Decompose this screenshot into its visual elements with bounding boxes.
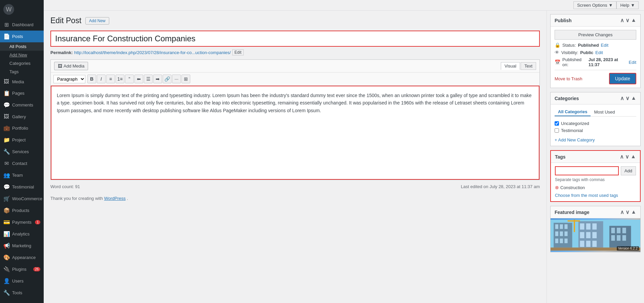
italic-button[interactable]: I [97, 75, 106, 83]
sidebar-subitem-add-new[interactable]: Add New [0, 51, 44, 59]
add-media-button[interactable]: 🖼 Add Media [54, 62, 88, 70]
add-new-button[interactable]: Add New [85, 17, 109, 25]
add-new-category-link[interactable]: + Add New Category [555, 137, 595, 142]
word-count-value: 91 [75, 184, 80, 189]
format-select[interactable]: Paragraph [53, 75, 85, 83]
feat-collapse-down[interactable]: ∨ [626, 209, 630, 215]
sidebar-item-payments[interactable]: 💳 Payments 1 [0, 216, 44, 228]
add-new-label: Add New [9, 52, 27, 57]
feat-collapse-up[interactable]: ∧ [620, 209, 624, 215]
cat-collapse-up[interactable]: ∧ [620, 95, 624, 101]
sidebar-subitem-categories[interactable]: Categories [0, 59, 44, 68]
table-button[interactable]: ⊞ [182, 75, 190, 83]
wordpress-link[interactable]: WordPress [104, 196, 126, 201]
update-button[interactable]: Update [609, 73, 636, 84]
collapse-close-icon[interactable]: ▲ [631, 17, 636, 24]
sidebar-item-pages[interactable]: 📋 Pages [0, 87, 44, 99]
visibility-edit-link[interactable]: Edit [595, 50, 603, 55]
sidebar-item-posts[interactable]: 📄 Posts [0, 31, 44, 42]
tags-collapse-up[interactable]: ∧ [620, 154, 624, 160]
tags-collapse-icons: ∧ ∨ ▲ [620, 154, 636, 160]
post-title-input[interactable] [50, 31, 540, 47]
editor-footer: Word count: 91 Last edited on July 28, 2… [50, 183, 540, 190]
unordered-list-button[interactable]: ≡ [106, 75, 115, 83]
permalink-edit-button[interactable]: Edit [232, 49, 244, 55]
sidebar-label-pages: Pages [12, 91, 25, 96]
move-trash-link[interactable]: Move to Trash [555, 76, 582, 81]
svg-rect-3 [560, 224, 563, 229]
ordered-list-button[interactable]: 1≡ [116, 75, 124, 83]
thank-you-text: Thank you for creating with [50, 196, 103, 201]
tags-collapse-down[interactable]: ∨ [625, 154, 629, 160]
tab-visual[interactable]: Visual [501, 62, 520, 70]
sidebar-item-users[interactable]: 👤 Users [0, 275, 44, 287]
sidebar-item-media[interactable]: 🖼 Media [0, 76, 44, 87]
screen-options-button[interactable]: Screen Options ▼ [573, 1, 616, 9]
sidebar-item-plugins[interactable]: 🔌 Plugins 26 [0, 263, 44, 275]
cat-checkbox-testimonial[interactable] [555, 128, 559, 133]
status-edit-link[interactable]: Edit [601, 43, 608, 48]
version-badge: Version 6.2.2 [617, 246, 639, 251]
collapse-up-icon[interactable]: ∧ [620, 17, 624, 24]
sidebar-item-analytics[interactable]: 📊 Analytics [0, 228, 44, 240]
svg-rect-6 [560, 231, 563, 236]
permalink-link[interactable]: http://localhost/theme/index.php/2023/07… [74, 50, 231, 55]
collapse-down-icon[interactable]: ∨ [626, 17, 630, 24]
categories-title: Categories [555, 96, 579, 101]
permalink-label: Permalink: [50, 50, 73, 55]
sidebar-item-products[interactable]: 📦 Products [0, 205, 44, 216]
tab-text[interactable]: Text [521, 62, 536, 70]
sidebar-subitem-all-posts[interactable]: All Posts [0, 42, 44, 51]
sidebar-item-dashboard[interactable]: ⊞ Dashboard [0, 19, 44, 31]
more-button[interactable]: ··· [172, 75, 181, 83]
published-edit-link[interactable]: Edit [629, 60, 636, 65]
sidebar-item-tools[interactable]: 🔧 Tools [0, 287, 44, 299]
published-date: Jul 28, 2023 at 11:37 [589, 57, 627, 67]
blockquote-button[interactable]: " [125, 75, 134, 83]
cat-tab-all[interactable]: All Categories [555, 108, 591, 116]
align-left-button[interactable]: ⬅ [134, 75, 143, 83]
editor-content[interactable]: Lorem Ipsum is simply dummy text of the … [51, 86, 539, 180]
categories-collapse-icons: ∧ ∨ ▲ [620, 95, 636, 101]
align-center-button[interactable]: ☰ [144, 75, 153, 83]
tags-collapse-close[interactable]: ▲ [631, 154, 636, 160]
sidebar-item-woocommerce[interactable]: 🛒 WooCommerce [0, 193, 44, 205]
sidebar-item-marketing[interactable]: 📢 Marketing [0, 240, 44, 252]
cat-collapse-close[interactable]: ▲ [631, 95, 636, 101]
dashboard-icon: ⊞ [3, 21, 9, 28]
featured-image-preview[interactable]: Version 6.2.2 [551, 218, 640, 252]
cat-tabs: All Categories Most Used [555, 108, 636, 117]
sidebar-item-team[interactable]: 👥 Team [0, 169, 44, 181]
sidebar-item-testimonial[interactable]: 💬 Testimonial [0, 181, 44, 193]
link-button[interactable]: 🔗 [163, 75, 171, 83]
feat-collapse-close[interactable]: ▲ [631, 209, 636, 215]
sidebar-item-services[interactable]: 🔧 Services [0, 146, 44, 158]
tag-remove-icon[interactable]: ⊗ [555, 185, 559, 190]
svg-rect-14 [592, 223, 597, 229]
tools-icon: 🔧 [3, 290, 9, 296]
sidebar-item-contact[interactable]: ✉ Contact [0, 158, 44, 169]
bold-button[interactable]: B [87, 75, 96, 83]
sidebar-subitem-tags[interactable]: Tags [0, 68, 44, 76]
sidebar-item-gallery[interactable]: 🖼 Gallery [0, 111, 44, 122]
cat-tab-most-used[interactable]: Most Used [591, 108, 618, 116]
help-button[interactable]: Help ▼ [616, 1, 639, 9]
tags-meta-box: Tags ∧ ∨ ▲ Add Separate tags with commas… [550, 150, 641, 202]
right-sidebar: Publish ∧ ∨ ▲ Preview Changes 🔒 Status: … [547, 11, 644, 303]
choose-tags-link[interactable]: Choose from the most used tags [555, 193, 618, 198]
sidebar-item-project[interactable]: 📁 Project [0, 134, 44, 146]
comments-icon: 💬 [3, 102, 9, 108]
tags-input[interactable] [555, 166, 619, 175]
cat-collapse-down[interactable]: ∨ [626, 95, 630, 101]
sidebar-item-appearance[interactable]: 🎨 Appearance [0, 252, 44, 263]
sidebar-item-portfolio[interactable]: 💼 Portfolio [0, 122, 44, 134]
products-icon: 📦 [3, 207, 9, 214]
preview-changes-button[interactable]: Preview Changes [555, 30, 636, 40]
cat-checkbox-uncategorized[interactable] [555, 121, 559, 126]
tags-add-button[interactable]: Add [621, 166, 636, 175]
align-right-button[interactable]: ➡ [153, 75, 162, 83]
sidebar-label-analytics: Analytics [12, 231, 30, 236]
sidebar-item-comments[interactable]: 💬 Comments [0, 99, 44, 111]
sidebar-label-comments: Comments [12, 102, 33, 107]
add-media-icon: 🖼 [58, 63, 62, 69]
